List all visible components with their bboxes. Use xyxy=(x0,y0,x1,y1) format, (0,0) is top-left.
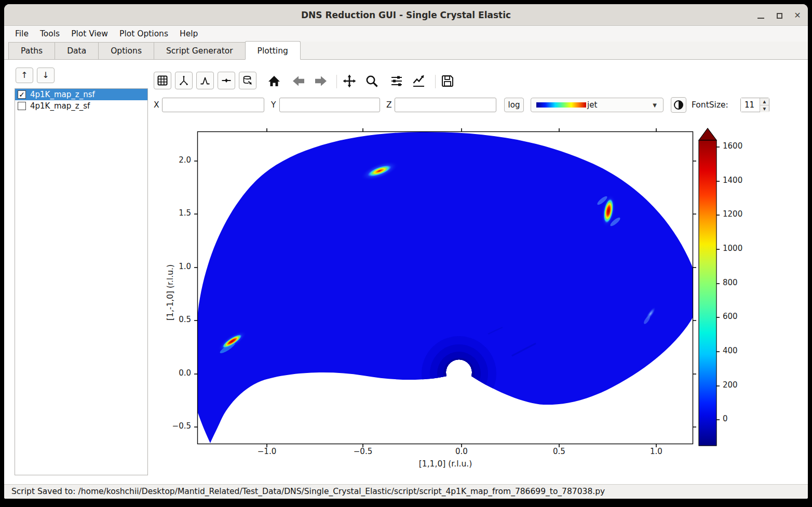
close-button[interactable]: ✕ xyxy=(791,9,804,22)
forward-icon[interactable] xyxy=(314,74,328,88)
maximize-icon xyxy=(777,13,782,19)
colorbar-tick-label: 0 xyxy=(723,414,752,423)
status-text: Script Saved to: /home/koshchii/Desktop/… xyxy=(11,487,605,496)
colorbar-tick-label: 1200 xyxy=(723,209,752,219)
tab-options[interactable]: Options xyxy=(98,42,154,59)
beamstop-ring xyxy=(443,358,475,389)
titlebar[interactable]: DNS Reduction GUI - Single Crystal Elast… xyxy=(4,4,808,26)
x-range-input[interactable] xyxy=(162,98,264,112)
workspace-row-sf[interactable]: 4p1K_map_z_sf xyxy=(15,100,147,112)
workspace-label: 4p1K_map_z_nsf xyxy=(30,90,95,99)
spin-up-button[interactable]: ▲ xyxy=(760,98,769,105)
colorbar-tick-label: 1400 xyxy=(723,176,752,185)
instrument-axes-icon xyxy=(178,75,190,86)
y-tick-label: −0.5 xyxy=(158,421,191,431)
tab-script-generator[interactable]: Script Generator xyxy=(154,42,246,59)
instrument-axes-button[interactable] xyxy=(175,72,193,89)
tab-paths[interactable]: Paths xyxy=(8,42,55,59)
colorbar-tick-label: 400 xyxy=(723,346,752,355)
log-button[interactable]: log xyxy=(504,98,524,112)
tab-data[interactable]: Data xyxy=(55,42,99,59)
menu-plot-view[interactable]: Plot View xyxy=(65,26,114,42)
z-range-label: Z xyxy=(386,98,392,112)
database-export-button[interactable] xyxy=(239,72,256,89)
line-marker-icon xyxy=(221,75,232,86)
tab-plotting[interactable]: Plotting xyxy=(245,41,301,60)
y-tick-label: 2.0 xyxy=(158,155,191,165)
workspace-row-nsf[interactable]: ✓ 4p1K_map_z_nsf xyxy=(15,89,147,100)
subplots-icon[interactable] xyxy=(390,74,403,88)
x-range-label: X xyxy=(154,98,159,112)
status-bar: Script Saved to: /home/koshchii/Desktop/… xyxy=(4,484,808,499)
move-down-button[interactable]: ↓ xyxy=(37,68,55,83)
colorbar-tick-label: 600 xyxy=(723,312,752,321)
database-export-icon xyxy=(242,75,253,86)
plot-canvas[interactable] xyxy=(181,125,705,450)
customize-icon[interactable] xyxy=(412,74,425,88)
grid-icon xyxy=(157,75,168,86)
fontsize-label: FontSize: xyxy=(692,98,728,112)
coverage-region xyxy=(197,132,693,443)
y-range-input[interactable] xyxy=(279,98,380,112)
fontsize-spinbox[interactable]: ▲ ▼ xyxy=(740,98,769,112)
menu-plot-options[interactable]: Plot Options xyxy=(114,26,174,42)
workspace-list: ✓ 4p1K_map_z_nsf 4p1K_map_z_sf xyxy=(15,88,148,475)
invert-colormap-icon xyxy=(673,99,684,111)
menubar: File Tools Plot View Plot Options Help xyxy=(4,26,808,42)
y-tick-label: 0.0 xyxy=(158,368,191,378)
colormap-select[interactable]: jet ▼ xyxy=(531,98,664,112)
toolbar-separator xyxy=(435,75,436,88)
window-title: DNS Reduction GUI - Single Crystal Elast… xyxy=(4,4,808,26)
chevron-down-icon: ▼ xyxy=(653,102,657,108)
colorbar xyxy=(695,127,773,449)
close-icon: ✕ xyxy=(791,9,804,22)
maximize-button[interactable] xyxy=(774,9,786,22)
line-marker-button[interactable] xyxy=(218,72,235,89)
colormap-name: jet xyxy=(587,100,653,110)
colorbar-tick-marks xyxy=(716,147,720,420)
tab-bar: Paths Data Options Script Generator Plot… xyxy=(4,42,808,60)
workspace-checkbox-unchecked[interactable] xyxy=(18,102,26,110)
spin-down-button[interactable]: ▼ xyxy=(760,105,769,112)
workspace-checkbox-checked[interactable]: ✓ xyxy=(18,90,26,99)
toolbar-separator xyxy=(336,75,337,88)
peak-icon xyxy=(199,75,211,86)
colorbar-gradient xyxy=(699,140,716,446)
move-up-button[interactable]: ↑ xyxy=(16,68,33,83)
y-axis-label: [1,-1,0] (r.l.u.) xyxy=(166,236,175,349)
peak-button[interactable] xyxy=(196,72,214,89)
save-icon[interactable] xyxy=(441,74,454,88)
down-arrow-icon: ↓ xyxy=(42,70,49,80)
colorbar-tick-label: 800 xyxy=(723,278,752,287)
fontsize-input[interactable] xyxy=(741,98,760,112)
colorbar-tick-label: 200 xyxy=(723,380,752,390)
y-range-label: Y xyxy=(271,98,276,112)
grid-button[interactable] xyxy=(154,72,171,89)
menu-file[interactable]: File xyxy=(9,26,34,42)
back-icon[interactable] xyxy=(292,74,305,88)
x-tick-label: 1.0 xyxy=(638,447,674,456)
invert-colormap-button[interactable] xyxy=(671,97,686,113)
up-arrow-icon: ↑ xyxy=(21,70,28,80)
z-range-input[interactable] xyxy=(395,98,496,112)
x-tick-label: 0.0 xyxy=(443,447,480,456)
workspace-label: 4p1K_map_z_sf xyxy=(30,101,90,111)
x-tick-label: −1.0 xyxy=(249,447,285,456)
x-axis-label: [1,1,0] (r.l.u.) xyxy=(394,459,497,469)
home-icon[interactable] xyxy=(267,74,281,88)
minimize-button[interactable] xyxy=(755,9,767,22)
x-tick-label: 0.5 xyxy=(541,447,577,456)
zoom-icon[interactable] xyxy=(365,74,378,88)
x-tick-label: −0.5 xyxy=(345,447,381,456)
colorbar-tick-label: 1600 xyxy=(723,141,752,151)
minimize-icon xyxy=(757,18,764,19)
colorbar-tick-label: 1000 xyxy=(723,244,752,253)
app-window: DNS Reduction GUI - Single Crystal Elast… xyxy=(4,4,808,499)
menu-help[interactable]: Help xyxy=(174,26,204,42)
pan-icon[interactable] xyxy=(343,74,356,88)
screenshot-root: DNS Reduction GUI - Single Crystal Elast… xyxy=(0,0,812,507)
y-tick-label: 1.5 xyxy=(158,208,191,218)
menu-tools[interactable]: Tools xyxy=(34,26,65,42)
colorbar-extend-arrow xyxy=(699,128,716,140)
colormap-preview-strip xyxy=(536,102,586,108)
